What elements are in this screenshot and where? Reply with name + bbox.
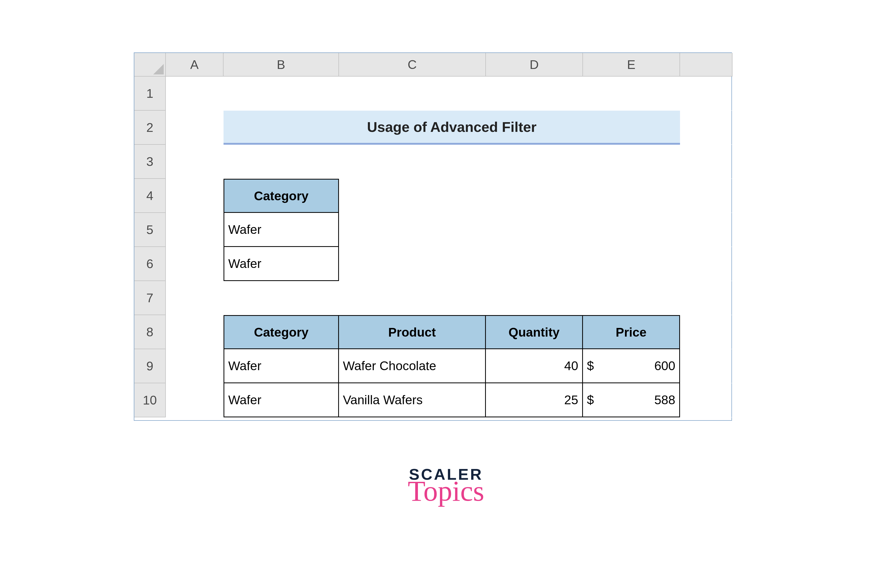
results-row2-price[interactable]: $ 588	[582, 382, 680, 417]
results-row1-category-text: Wafer	[228, 358, 261, 373]
cell-e6[interactable]	[583, 247, 680, 281]
svg-marker-0	[153, 64, 164, 75]
logo-line2: Topics	[408, 477, 484, 506]
cell-b1[interactable]	[224, 76, 339, 111]
spreadsheet-grid: A B C D E 1 2 Usage of Advanced Filter 3…	[134, 53, 731, 420]
cell-f4[interactable]	[680, 179, 733, 213]
cell-c5[interactable]	[339, 213, 486, 247]
cell-a4[interactable]	[166, 179, 224, 213]
results-row1-product-text: Wafer Chocolate	[343, 358, 436, 373]
criteria-header-text: Category	[254, 189, 308, 203]
results-row1-price-text: 600	[654, 358, 675, 373]
cell-d6[interactable]	[486, 247, 583, 281]
row-header-10[interactable]: 10	[134, 383, 166, 417]
title-text: Usage of Advanced Filter	[367, 119, 537, 135]
cell-f1[interactable]	[680, 76, 733, 111]
column-header-blank[interactable]	[680, 53, 733, 76]
results-row1-quantity[interactable]: 40	[485, 348, 583, 383]
row-header-8[interactable]: 8	[134, 315, 166, 349]
cell-e7[interactable]	[583, 281, 680, 315]
cell-c6[interactable]	[339, 247, 486, 281]
results-row2-currency: $	[587, 393, 594, 407]
cell-c3[interactable]	[339, 145, 486, 179]
column-header-a[interactable]: A	[166, 53, 224, 76]
results-row1-category[interactable]: Wafer	[224, 348, 339, 383]
results-row2-category-text: Wafer	[228, 393, 261, 407]
cell-d1[interactable]	[486, 76, 583, 111]
cell-f2[interactable]	[680, 111, 733, 145]
cell-c7[interactable]	[339, 281, 486, 315]
cell-a8[interactable]	[166, 315, 224, 349]
cell-d4[interactable]	[486, 179, 583, 213]
results-row2-quantity[interactable]: 25	[485, 382, 583, 417]
cell-e3[interactable]	[583, 145, 680, 179]
cell-a3[interactable]	[166, 145, 224, 179]
criteria-value-1-text: Wafer	[228, 222, 261, 237]
criteria-value-1[interactable]: Wafer	[224, 212, 339, 247]
column-header-d[interactable]: D	[486, 53, 583, 76]
row-header-3[interactable]: 3	[134, 145, 166, 179]
results-header-price-text: Price	[616, 325, 647, 339]
results-row2-product[interactable]: Vanilla Wafers	[338, 382, 486, 417]
results-row2-quantity-text: 25	[564, 393, 578, 407]
select-all-icon	[153, 64, 164, 75]
results-header-category-text: Category	[254, 325, 308, 339]
results-header-product[interactable]: Product	[338, 315, 486, 349]
cell-a5[interactable]	[166, 213, 224, 247]
results-row2-product-text: Vanilla Wafers	[343, 393, 423, 407]
results-header-price[interactable]: Price	[582, 315, 680, 349]
criteria-value-2-text: Wafer	[228, 256, 261, 271]
cell-a6[interactable]	[166, 247, 224, 281]
title-cell[interactable]: Usage of Advanced Filter	[224, 111, 680, 145]
cell-d5[interactable]	[486, 213, 583, 247]
results-row2-price-text: 588	[654, 393, 675, 407]
results-row1-product[interactable]: Wafer Chocolate	[338, 348, 486, 383]
results-row2-category[interactable]: Wafer	[224, 382, 339, 417]
row-header-4[interactable]: 4	[134, 179, 166, 213]
results-row1-currency: $	[587, 358, 594, 373]
cell-f8[interactable]	[680, 315, 733, 349]
row-header-1[interactable]: 1	[134, 76, 166, 111]
criteria-value-2[interactable]: Wafer	[224, 246, 339, 281]
cell-f10[interactable]	[680, 383, 733, 417]
criteria-header[interactable]: Category	[224, 179, 339, 213]
results-header-category[interactable]: Category	[224, 315, 339, 349]
cell-a10[interactable]	[166, 383, 224, 417]
cell-e1[interactable]	[583, 76, 680, 111]
results-header-quantity-text: Quantity	[508, 325, 560, 339]
cell-f9[interactable]	[680, 349, 733, 383]
select-all-triangle[interactable]	[134, 53, 166, 76]
cell-b7[interactable]	[224, 281, 339, 315]
column-header-e[interactable]: E	[583, 53, 680, 76]
cell-e5[interactable]	[583, 213, 680, 247]
cell-f6[interactable]	[680, 247, 733, 281]
cell-d7[interactable]	[486, 281, 583, 315]
cell-a9[interactable]	[166, 349, 224, 383]
row-header-9[interactable]: 9	[134, 349, 166, 383]
column-header-b[interactable]: B	[224, 53, 339, 76]
cell-c4[interactable]	[339, 179, 486, 213]
spreadsheet-frame: A B C D E 1 2 Usage of Advanced Filter 3…	[134, 52, 732, 421]
results-header-quantity[interactable]: Quantity	[485, 315, 583, 349]
cell-a2[interactable]	[166, 111, 224, 145]
scaler-topics-logo: SCALER Topics	[408, 466, 484, 506]
results-header-product-text: Product	[388, 325, 436, 339]
results-row1-quantity-text: 40	[564, 358, 578, 373]
cell-b3[interactable]	[224, 145, 339, 179]
row-header-5[interactable]: 5	[134, 213, 166, 247]
cell-a1[interactable]	[166, 76, 224, 111]
row-header-7[interactable]: 7	[134, 281, 166, 315]
results-row1-price[interactable]: $ 600	[582, 348, 680, 383]
cell-f3[interactable]	[680, 145, 733, 179]
cell-e4[interactable]	[583, 179, 680, 213]
cell-a7[interactable]	[166, 281, 224, 315]
cell-c1[interactable]	[339, 76, 486, 111]
column-header-c[interactable]: C	[339, 53, 486, 76]
row-header-2[interactable]: 2	[134, 111, 166, 145]
cell-d3[interactable]	[486, 145, 583, 179]
cell-f5[interactable]	[680, 213, 733, 247]
row-header-6[interactable]: 6	[134, 247, 166, 281]
cell-f7[interactable]	[680, 281, 733, 315]
